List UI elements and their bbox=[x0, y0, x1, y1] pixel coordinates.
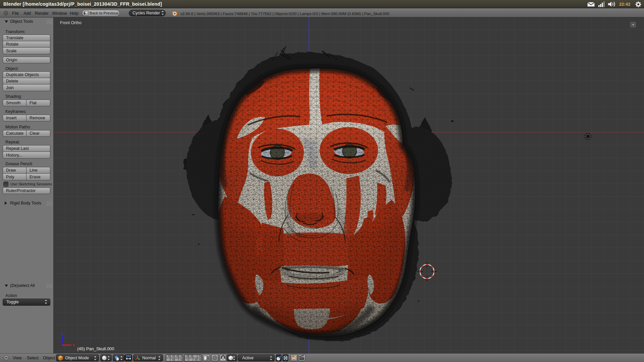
svg-text:x: x bbox=[73, 343, 75, 347]
svg-text:z: z bbox=[61, 332, 63, 336]
